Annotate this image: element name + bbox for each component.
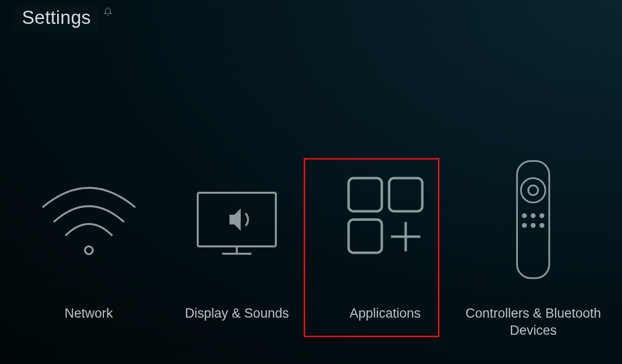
- svg-point-14: [539, 213, 544, 218]
- svg-point-10: [521, 178, 545, 202]
- settings-row: Network Display & Sounds Applications: [0, 159, 622, 339]
- settings-tile-controllers[interactable]: Controllers & Bluetooth Devices: [465, 159, 601, 339]
- remote-icon: [511, 159, 555, 281]
- tile-label: Applications: [350, 305, 421, 322]
- svg-point-11: [528, 185, 538, 195]
- settings-tile-display-sounds[interactable]: Display & Sounds: [168, 159, 305, 339]
- tile-label: Display & Sounds: [185, 305, 289, 322]
- settings-tile-network[interactable]: Network: [21, 159, 157, 339]
- apps-icon: [336, 159, 434, 281]
- tile-label: Network: [64, 305, 113, 322]
- svg-point-17: [539, 223, 544, 228]
- svg-point-15: [522, 223, 527, 228]
- header: Settings: [12, 5, 98, 33]
- settings-tile-applications[interactable]: Applications: [317, 159, 454, 339]
- svg-point-12: [522, 213, 527, 218]
- wifi-icon: [35, 159, 143, 281]
- svg-point-0: [85, 246, 93, 254]
- display-sound-icon: [188, 159, 286, 281]
- svg-rect-6: [349, 220, 382, 253]
- page-title: Settings: [12, 5, 98, 33]
- tile-label: Controllers & Bluetooth Devices: [465, 305, 601, 339]
- svg-point-13: [531, 213, 536, 218]
- notification-bell-icon[interactable]: [104, 7, 112, 18]
- svg-rect-4: [349, 178, 382, 211]
- svg-point-16: [531, 223, 536, 228]
- svg-rect-5: [389, 178, 422, 211]
